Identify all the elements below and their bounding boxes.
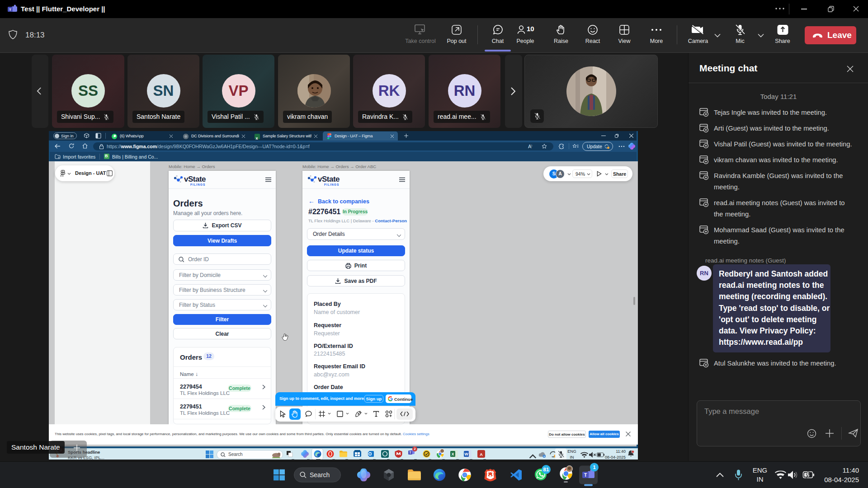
svg-text:T: T [9, 8, 11, 12]
svg-text:FILINGS: FILINGS [190, 183, 205, 186]
svg-text:FILINGS: FILINGS [324, 183, 339, 186]
svg-text:X: X [451, 452, 454, 456]
svg-text:vState: vState [318, 175, 340, 183]
svg-text:A: A [480, 452, 483, 457]
svg-text:T: T [584, 473, 587, 478]
svg-text:T: T [410, 451, 411, 454]
svg-text:10: 10 [527, 25, 534, 33]
svg-text:vState: vState [184, 175, 206, 183]
svg-text:): ) [531, 144, 532, 147]
svg-text:W: W [464, 452, 468, 456]
